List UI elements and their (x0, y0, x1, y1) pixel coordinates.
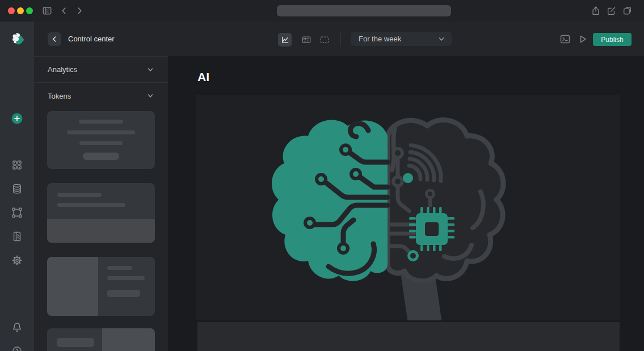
sidebar-toggle-icon[interactable] (42, 6, 52, 16)
next-section-strip (197, 322, 620, 351)
illustration-panel (196, 95, 620, 320)
side-panel: Analytics Tokens (34, 56, 168, 351)
view-frame-button[interactable] (318, 33, 331, 46)
notifications-bell-icon[interactable] (11, 322, 23, 333)
terminal-icon[interactable] (559, 33, 571, 45)
chevron-down-icon (146, 92, 154, 100)
publish-button[interactable]: Publish (593, 33, 632, 46)
browser-chrome-bar (0, 0, 644, 22)
frame-component-icon[interactable] (11, 207, 23, 218)
address-bar[interactable] (277, 5, 451, 16)
window-close-button[interactable] (8, 7, 15, 14)
settings-gear-icon[interactable] (11, 255, 23, 266)
window-zoom-button[interactable] (26, 7, 33, 14)
period-select[interactable]: For the week (351, 32, 452, 46)
skeleton-image (47, 257, 98, 316)
page-title: Control center (68, 22, 115, 56)
period-select-value: For the week (359, 35, 401, 43)
app-header: Control center For the week Publis (34, 22, 644, 56)
section-tokens[interactable]: Tokens (34, 83, 168, 109)
skeleton-card (47, 257, 155, 316)
header-divider (340, 31, 341, 46)
main-title: AI (197, 70, 209, 84)
back-button[interactable] (48, 32, 61, 46)
section-analytics[interactable]: Analytics (34, 57, 168, 83)
skeleton-card-list (47, 111, 155, 351)
app-logo[interactable] (10, 32, 24, 46)
window-minimize-button[interactable] (17, 7, 24, 14)
share-icon[interactable] (591, 6, 601, 16)
ai-brain-illustration (257, 108, 524, 320)
play-icon[interactable] (577, 33, 588, 45)
chevron-down-icon (146, 66, 154, 74)
apps-grid-icon[interactable] (11, 159, 23, 171)
nav-back-icon[interactable] (59, 6, 69, 16)
notebook-icon[interactable] (11, 231, 23, 242)
compose-icon[interactable] (607, 6, 617, 16)
skeleton-card (47, 111, 155, 169)
add-button[interactable] (11, 112, 23, 125)
section-analytics-label: Analytics (48, 65, 77, 74)
help-icon[interactable]: ? (11, 345, 23, 351)
svg-text:?: ? (15, 348, 19, 351)
nav-forward-icon[interactable] (74, 6, 85, 16)
view-chart-button[interactable] (278, 33, 292, 46)
skeleton-card (47, 183, 155, 243)
main-content: AI (168, 56, 644, 351)
skeleton-card (47, 328, 155, 351)
section-tokens-label: Tokens (48, 92, 71, 100)
view-card-button[interactable] (300, 33, 313, 46)
tabs-overview-icon[interactable] (622, 6, 633, 16)
sidebar-rail: ? (0, 22, 34, 351)
skeleton-image (102, 328, 155, 351)
chevron-down-icon (438, 36, 445, 43)
database-icon[interactable] (11, 183, 23, 194)
